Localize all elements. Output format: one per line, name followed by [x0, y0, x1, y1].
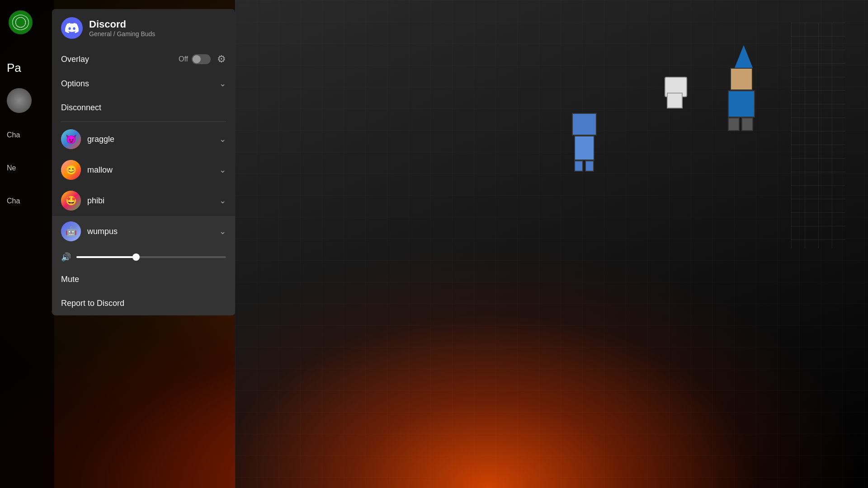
settings-icon[interactable]: ⚙ [217, 53, 226, 65]
volume-thumb[interactable] [132, 253, 140, 261]
overlay-toggle[interactable]: Off [179, 54, 211, 64]
nav-item-1: Cha [7, 131, 20, 139]
options-label: Options [61, 79, 219, 89]
graggle-chevron-icon: ⌄ [219, 134, 226, 144]
user-row-mallow[interactable]: 😊 mallow ⌄ [52, 155, 235, 185]
volume-row: 🔊 [52, 247, 235, 267]
mallow-chevron-icon: ⌄ [219, 165, 226, 175]
divider [61, 122, 226, 122]
app-title: Discord [89, 19, 155, 30]
app-subtitle: General / Gaming Buds [89, 30, 155, 38]
disconnect-label: Disconnect [61, 103, 101, 112]
username-graggle: graggle [87, 135, 219, 144]
panel-header: Discord General / Gaming Buds [52, 9, 235, 47]
report-to-discord-row[interactable]: Report to Discord [52, 291, 235, 315]
options-chevron-icon: ⌄ [219, 79, 226, 89]
left-sidebar: Pa Cha Ne Cha [0, 0, 54, 488]
volume-fill [76, 256, 136, 258]
avatar-mallow: 😊 [61, 160, 81, 180]
overlay-label: Overlay [61, 55, 179, 64]
username-wumpus: wumpus [87, 227, 219, 236]
phibi-chevron-icon: ⌄ [219, 196, 226, 206]
avatar-graggle: 😈 [61, 129, 81, 149]
nav-item-2: Ne [7, 164, 20, 172]
overlay-row: Overlay Off ⚙ [52, 47, 235, 71]
wumpus-chevron-icon: ⌄ [219, 226, 226, 236]
volume-slider[interactable] [76, 256, 226, 258]
username-mallow: mallow [87, 165, 219, 175]
discord-logo-icon [61, 17, 83, 39]
mute-label: Mute [61, 275, 79, 284]
page-label: Pa [7, 61, 21, 75]
avatar-wumpus: 🤖 [61, 221, 81, 241]
volume-icon: 🔊 [61, 252, 71, 262]
discord-panel: Discord General / Gaming Buds Overlay Of… [52, 9, 235, 315]
report-label: Report to Discord [61, 299, 124, 308]
options-row[interactable]: Options ⌄ [52, 71, 235, 96]
toggle-thumb [193, 55, 201, 63]
profile-avatar [7, 88, 32, 113]
nav-items: Cha Ne Cha [7, 131, 20, 230]
user-row-wumpus[interactable]: 🤖 wumpus ⌄ [52, 216, 235, 247]
overlay-state-text: Off [179, 55, 188, 63]
username-phibi: phibi [87, 196, 219, 206]
avatar-phibi: 🤩 [61, 191, 81, 211]
mute-row[interactable]: Mute [52, 267, 235, 291]
user-row-phibi[interactable]: 🤩 phibi ⌄ [52, 185, 235, 216]
header-text: Discord General / Gaming Buds [89, 19, 155, 38]
user-row-graggle[interactable]: 😈 graggle ⌄ [52, 124, 235, 155]
toggle-track[interactable] [192, 54, 211, 64]
nav-item-3: Cha [7, 197, 20, 205]
disconnect-row[interactable]: Disconnect [52, 96, 235, 120]
xbox-logo [8, 10, 33, 37]
